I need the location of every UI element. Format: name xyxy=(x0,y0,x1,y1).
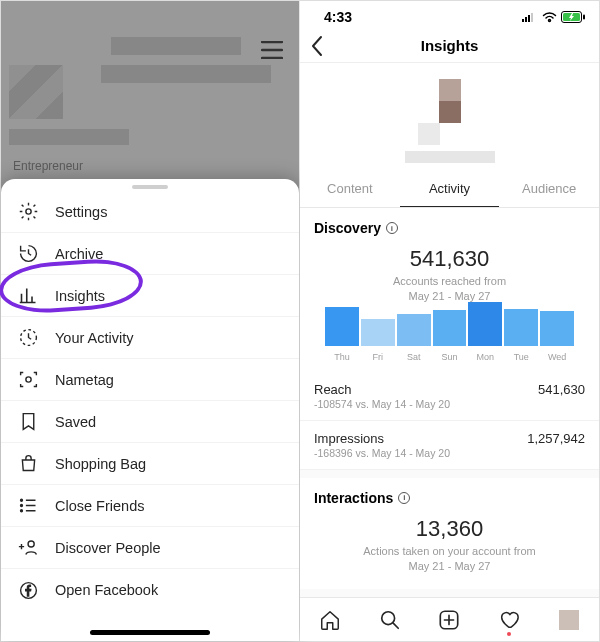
tab-content[interactable]: Content xyxy=(300,171,400,207)
chart-bar: Tue xyxy=(504,309,538,362)
page-header: Insights xyxy=(300,29,599,63)
menu-item-label: Nametag xyxy=(55,372,114,388)
phone-right-insights: 4:33 Insights Cont xyxy=(300,1,599,641)
tab-audience[interactable]: Audience xyxy=(499,171,599,207)
svg-point-11 xyxy=(20,505,22,507)
menu-item-label: Insights xyxy=(55,288,105,304)
svg-point-12 xyxy=(20,510,22,512)
page-title: Insights xyxy=(421,37,479,54)
chart-bar: Fri xyxy=(361,319,395,362)
sheet-grabber[interactable] xyxy=(132,185,168,189)
profile-summary xyxy=(300,63,599,171)
list-icon xyxy=(17,495,39,517)
impressions-change: -168396 vs. May 14 - May 20 xyxy=(300,446,599,470)
chart-bar: Sun xyxy=(433,310,467,362)
tab-activity[interactable]: Activity xyxy=(400,171,500,207)
info-icon[interactable]: i xyxy=(398,492,410,504)
menu-item-list[interactable]: Close Friends xyxy=(1,485,299,527)
chart-bar-label: Wed xyxy=(548,352,566,362)
chart-bar: Sat xyxy=(397,314,431,362)
impressions-label: Impressions xyxy=(314,431,384,446)
menu-item-nametag[interactable]: Nametag xyxy=(1,359,299,401)
reach-label: Reach xyxy=(314,382,352,397)
svg-point-10 xyxy=(20,499,22,501)
chart-bar: Mon xyxy=(468,302,502,362)
menu-item-label: Open Facebook xyxy=(55,582,158,598)
bag-icon xyxy=(17,453,39,475)
pixelated-username xyxy=(405,151,495,163)
insights-icon xyxy=(17,285,39,307)
chart-bar: Wed xyxy=(540,311,574,362)
menu-item-label: Settings xyxy=(55,204,107,220)
facebook-icon xyxy=(17,579,39,601)
adduser-icon xyxy=(17,537,39,559)
discovery-section: Discovery i 541,630 Accounts reached fro… xyxy=(300,208,599,372)
reach-row[interactable]: Reach 541,630 xyxy=(300,372,599,397)
menu-item-label: Close Friends xyxy=(55,498,144,514)
interactions-subtitle: Actions taken on your account from May 2… xyxy=(314,544,585,574)
svg-rect-15 xyxy=(522,19,524,22)
home-indicator[interactable] xyxy=(90,630,210,635)
wifi-icon xyxy=(542,12,557,23)
home-icon[interactable] xyxy=(318,608,342,632)
menu-icon[interactable] xyxy=(261,41,283,63)
chart-bar: Thu xyxy=(325,307,359,362)
section-heading: Discovery i xyxy=(314,220,585,236)
menu-item-label: Saved xyxy=(55,414,96,430)
svg-rect-18 xyxy=(531,13,533,22)
chart-bar-label: Thu xyxy=(334,352,350,362)
svg-rect-17 xyxy=(528,15,530,22)
menu-item-facebook[interactable]: Open Facebook xyxy=(1,569,299,611)
back-button[interactable] xyxy=(310,35,324,61)
svg-rect-16 xyxy=(525,17,527,22)
menu-item-label: Your Activity xyxy=(55,330,133,346)
insights-tabs: Content Activity Audience xyxy=(300,171,599,208)
status-time: 4:33 xyxy=(324,9,352,25)
discovery-label: Discovery xyxy=(314,220,381,236)
impressions-value: 1,257,942 xyxy=(527,431,585,446)
status-icons xyxy=(522,11,585,23)
svg-point-7 xyxy=(25,209,30,214)
menu-item-label: Shopping Bag xyxy=(55,456,146,472)
phone-left-menu: Entrepreneur 3:45 SettingsArchiveInsight… xyxy=(1,1,300,641)
chart-bar-label: Fri xyxy=(373,352,384,362)
search-icon[interactable] xyxy=(378,608,402,632)
battery-charging-icon xyxy=(561,11,585,23)
interactions-label: Interactions xyxy=(314,490,393,506)
info-icon[interactable]: i xyxy=(386,222,398,234)
menu-item-insights[interactable]: Insights xyxy=(1,275,299,317)
menu-item-archive[interactable]: Archive xyxy=(1,233,299,275)
interactions-total: 13,360 xyxy=(314,516,585,542)
menu-item-gear[interactable]: Settings xyxy=(1,191,299,233)
menu-item-bag[interactable]: Shopping Bag xyxy=(1,443,299,485)
svg-point-13 xyxy=(28,541,34,547)
section-heading: Interactions i xyxy=(314,490,585,506)
bookmark-icon xyxy=(17,411,39,433)
insights-scroll[interactable]: Content Activity Audience Discovery i 54… xyxy=(300,63,599,597)
discovery-total: 541,630 xyxy=(314,246,585,272)
svg-point-9 xyxy=(25,377,30,382)
menu-item-activity[interactable]: Your Activity xyxy=(1,317,299,359)
gear-icon xyxy=(17,201,39,223)
menu-item-bookmark[interactable]: Saved xyxy=(1,401,299,443)
discovery-subtitle: Accounts reached from May 21 - May 27 xyxy=(314,274,585,304)
activity-icon xyxy=(17,327,39,349)
discovery-bar-chart: ThuFriSatSunMonTueWed xyxy=(314,304,585,362)
status-bar: 4:33 xyxy=(300,1,599,29)
menu-item-label: Discover People xyxy=(55,540,161,556)
interactions-section: Interactions i 13,360 Actions taken on y… xyxy=(300,478,599,590)
chart-bar-label: Mon xyxy=(477,352,495,362)
profile-tab[interactable] xyxy=(557,608,581,632)
activity-heart-icon[interactable] xyxy=(497,608,521,632)
avatar-thumbnail xyxy=(559,610,579,630)
pixelated-avatar xyxy=(418,79,482,143)
signal-icon xyxy=(522,12,538,22)
impressions-row[interactable]: Impressions 1,257,942 xyxy=(300,421,599,446)
nametag-icon xyxy=(17,369,39,391)
archive-icon xyxy=(17,243,39,265)
chart-bar-label: Sun xyxy=(442,352,458,362)
reach-change: -108574 vs. May 14 - May 20 xyxy=(300,397,599,421)
bottom-tab-bar xyxy=(300,597,599,641)
menu-item-adduser[interactable]: Discover People xyxy=(1,527,299,569)
add-post-icon[interactable] xyxy=(437,608,461,632)
